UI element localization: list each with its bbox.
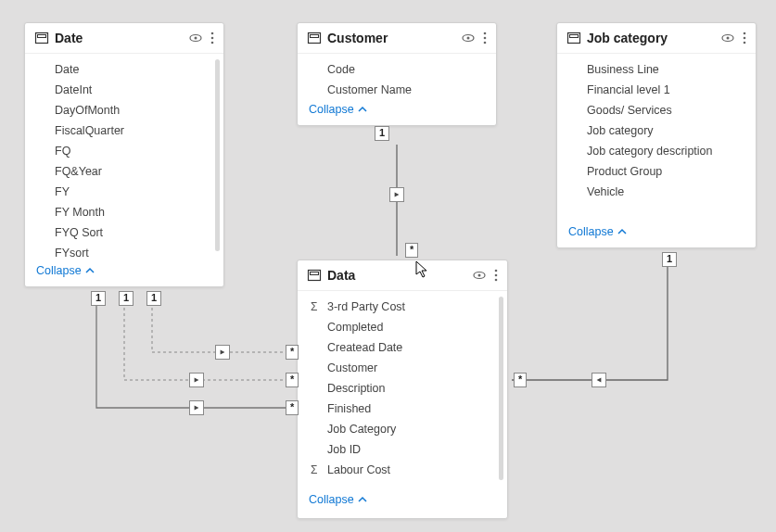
field-list: Code Customer Name	[298, 54, 496, 95]
card-header[interactable]: Date	[25, 23, 223, 54]
svg-point-12	[484, 37, 487, 40]
cardinality-many: *	[405, 243, 418, 258]
field-item[interactable]: Code	[311, 59, 496, 80]
table-icon	[307, 31, 322, 45]
field-item[interactable]: DayOfMonth	[38, 100, 223, 120]
svg-point-25	[495, 270, 498, 272]
filter-direction-icon	[215, 345, 230, 360]
field-item[interactable]: DateInt	[38, 80, 223, 100]
eye-icon[interactable]	[461, 31, 476, 45]
field-item[interactable]: Date	[38, 59, 223, 80]
field-item[interactable]: Job category	[570, 120, 756, 141]
filter-direction-icon	[189, 373, 204, 387]
table-card-data[interactable]: Data Σ3-rd Party Cost Completed Createad…	[297, 260, 508, 519]
field-item[interactable]: Createad Date	[311, 337, 507, 358]
field-item[interactable]: Business Line	[570, 59, 756, 80]
field-item[interactable]: FQ&Year	[38, 161, 223, 182]
filter-direction-icon	[189, 400, 204, 415]
field-list: Business Line Financial level 1 Goods/ S…	[557, 54, 756, 218]
card-title: Customer	[327, 31, 461, 45]
svg-point-4	[211, 32, 214, 35]
cardinality-one: 1	[662, 252, 677, 267]
collapse-label: Collapse	[36, 264, 82, 277]
table-icon	[34, 31, 49, 45]
field-item[interactable]: Job Category	[311, 419, 507, 439]
field-item[interactable]: Vehicle	[570, 182, 756, 202]
cardinality-many: *	[286, 400, 299, 415]
chevron-up-icon	[617, 227, 627, 236]
eye-icon[interactable]	[188, 31, 203, 45]
cardinality-one: 1	[375, 126, 389, 141]
svg-rect-8	[311, 35, 319, 38]
filter-direction-icon	[389, 187, 404, 202]
table-icon	[566, 31, 581, 45]
field-list: Date DateInt DayOfMonth FiscalQuarter FQ…	[25, 54, 223, 257]
scrollbar[interactable]	[215, 59, 220, 251]
sigma-icon: Σ	[311, 463, 317, 476]
svg-point-19	[744, 37, 746, 40]
field-item[interactable]: Completed	[311, 317, 507, 337]
chevron-up-icon	[85, 266, 95, 275]
sigma-icon: Σ	[311, 300, 317, 313]
field-item[interactable]: Customer	[311, 358, 507, 378]
field-item[interactable]: FY Month	[38, 202, 223, 222]
cardinality-many: *	[286, 345, 299, 360]
cardinality-many: *	[514, 373, 527, 387]
card-header[interactable]: Customer	[298, 23, 496, 54]
eye-icon[interactable]	[472, 268, 487, 283]
collapse-link[interactable]: Collapse	[298, 95, 496, 125]
field-item[interactable]: Goods/ Services	[570, 100, 756, 120]
collapse-link[interactable]: Collapse	[298, 486, 507, 515]
field-item[interactable]: FYQ Sort	[38, 222, 223, 243]
field-item[interactable]: Finished	[311, 399, 507, 419]
field-item[interactable]: Description	[311, 378, 507, 399]
field-item[interactable]: Job category description	[570, 141, 756, 161]
field-item[interactable]: FiscalQuarter	[38, 120, 223, 141]
field-item[interactable]: Customer Name	[311, 80, 496, 95]
svg-point-24	[478, 274, 481, 277]
svg-point-3	[195, 37, 197, 40]
card-header[interactable]: Data	[298, 260, 507, 291]
chevron-up-icon	[358, 105, 367, 114]
eye-icon[interactable]	[720, 31, 735, 45]
cardinality-one: 1	[146, 291, 161, 306]
table-card-date[interactable]: Date Date DateInt DayOfMonth FiscalQuart…	[24, 22, 224, 287]
card-title: Job category	[587, 31, 720, 45]
field-item[interactable]: FQ	[38, 141, 223, 161]
collapse-label: Collapse	[309, 103, 354, 116]
svg-point-5	[211, 37, 214, 40]
field-item[interactable]: Job ID	[311, 439, 507, 460]
field-item[interactable]: ΣLabour Cost	[311, 460, 507, 480]
field-item[interactable]: FYsort	[38, 243, 223, 257]
collapse-label: Collapse	[309, 493, 354, 506]
svg-point-27	[495, 279, 498, 282]
svg-point-11	[484, 32, 487, 35]
svg-point-13	[484, 42, 487, 44]
more-icon[interactable]	[483, 32, 487, 44]
field-label: Labour Cost	[327, 463, 390, 476]
chevron-up-icon	[358, 495, 367, 504]
collapse-link[interactable]: Collapse	[25, 257, 223, 286]
more-icon[interactable]	[743, 32, 746, 44]
collapse-label: Collapse	[568, 225, 614, 238]
svg-point-6	[211, 42, 214, 44]
table-card-customer[interactable]: Customer Code Customer Name Collapse	[297, 22, 497, 126]
field-item[interactable]: FY	[38, 182, 223, 202]
card-header[interactable]: Job category	[557, 23, 756, 54]
scrollbar[interactable]	[499, 297, 503, 480]
more-icon[interactable]	[494, 269, 498, 282]
field-list: Σ3-rd Party Cost Completed Createad Date…	[298, 291, 507, 486]
filter-direction-icon	[592, 373, 606, 387]
svg-point-10	[467, 37, 470, 40]
more-icon[interactable]	[210, 32, 214, 44]
cardinality-many: *	[286, 373, 299, 387]
field-item[interactable]: Product Group	[570, 161, 756, 182]
table-card-job-category[interactable]: Job category Business Line Financial lev…	[556, 22, 757, 248]
svg-rect-22	[311, 272, 319, 275]
collapse-link[interactable]: Collapse	[557, 218, 756, 247]
field-item[interactable]: Σ3-rd Party Cost	[311, 297, 507, 317]
card-title: Date	[55, 31, 188, 45]
field-item[interactable]: Financial level 1	[570, 80, 756, 100]
cardinality-one: 1	[119, 291, 134, 306]
svg-rect-1	[38, 35, 46, 38]
